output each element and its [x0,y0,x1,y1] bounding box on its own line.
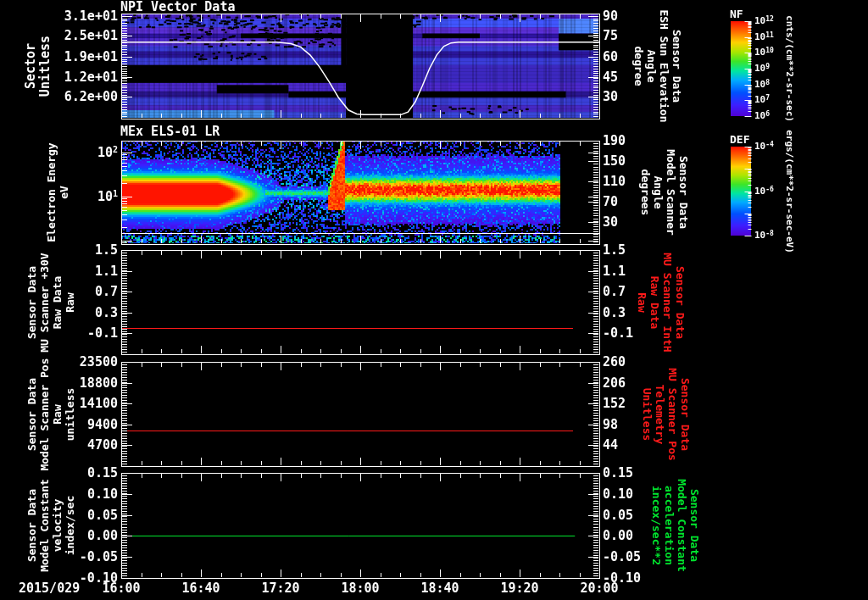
x-axis-tick-label-16:40: 16:40 [174,581,228,595]
panel5-left-axis-title-text: Sensor DataModel Constantvelocityindex/s… [25,479,76,572]
panel1-left-tick-3: 1.2e+01 [64,70,118,84]
panel2-right-axis-title-line-3: degrees [639,149,652,236]
colorbar-def-tick-2: 10-8 [754,231,774,242]
panel2-left-tick-0-base: 10 [97,145,113,160]
panel5-right-tick-2: 0.05 [603,508,633,522]
panel5-left-tick-2: 0.05 [87,508,118,522]
panel4-right-axis-title-line-2: Telemetry [654,368,666,461]
panel1-left-tick-0: 3.1e+01 [64,9,118,23]
panel5-left-axis-title-line-2: velocity [51,479,64,572]
colorbar-nf-tick-0-exp: 12 [765,15,774,23]
panel5-right-tick-5: -0.10 [603,571,641,585]
panel2-right-axis-title-line-2: Angle [652,149,665,236]
colorbar-nf-tick-6-exp: 6 [765,110,770,118]
panel5-right-axis-title-line-0: Sensor Data [688,479,701,572]
colorbar-nf-tick-1: 1011 [754,32,774,43]
colorbar-def-units-text: ergs/(cm**2-sr-sec-eV) [784,130,794,253]
x-axis-tick-label-19:20: 19:20 [492,581,547,595]
panel4-left-tick-0: 23500 [80,355,118,369]
panel3-left-tick-3: 0.3 [95,306,118,319]
panel5-left-tick-3: 0.00 [87,529,118,542]
panel3-left-tick-4: -0.1 [87,326,118,340]
panel5-right-tick-1: 0.10 [603,487,633,501]
panel1-left-axis-title-line-1: Unitless [38,36,53,97]
panel5-right-axis-title-line-3: incex/sec**2 [650,479,663,572]
colorbar-nf-tick-0-base: 10 [754,15,765,26]
panel3-right-axis-title-line-1: MU Scanner IntH [661,253,674,352]
panel5-right-axis-title-text: Sensor DataModel Constantaccelerationinc… [650,479,701,572]
panel3-right-axis-title-text: Sensor DataMU Scanner IntHRaw DataRaw [636,253,687,352]
panel3-left-axis-title-line-2: Raw Data [51,253,64,352]
panel4-right-axis-title-text: Sensor DataMU Scanner PosTelemetryUnitle… [641,368,692,461]
panel5-left-tick-1: 0.10 [87,487,118,501]
colorbar-def-tick-2-exp: -8 [765,230,774,237]
panel3-left-axis-title-line-0: Sensor Data [25,253,38,352]
panel1-right-axis-title-line-1: ESH Sun Elevation [658,9,670,122]
panel5-left-axis-title-line-1: Model Constant [38,479,51,572]
panel2-left-tick-0-exp: 2 [113,145,118,154]
panel3-right-tick-3: 0.3 [603,306,626,319]
colorbar-nf-tick-4-base: 10 [754,79,765,90]
colorbar-nf-tick-4-exp: 8 [765,79,770,86]
panel5-left-tick-5: -0.10 [80,571,118,585]
colorbar-nf-tick-5-exp: 7 [765,94,770,102]
x-axis-date-label: 2015/029 [19,581,80,595]
panel2-right-tick-1: 150 [603,154,626,168]
panel1-title: NPI Vector Data [120,0,235,14]
panel4-right-tick-3: 98 [603,418,618,431]
panel5-right-tick-4: -0.05 [603,550,641,564]
colorbar-nf-units-text: cnts/(cm**2-sr-sec) [784,15,794,122]
colorbar-nf-tick-1-exp: 11 [765,31,774,39]
panel5-right-tick-0: 0.15 [603,466,633,480]
panel3-right-axis-title-line-2: Raw Data [648,253,661,352]
colorbar-nf-tick-4: 108 [754,80,770,91]
colorbar-nf-tick-3-exp: 9 [765,63,770,70]
colorbar-nf-title: NF [730,8,743,20]
panel4-right-tick-1: 206 [603,376,626,390]
panel2-left-tick-1: 101 [97,190,118,205]
panel3-right-axis-title-line-3: Raw [636,253,648,352]
colorbar-nf-tick-2-exp: 10 [765,47,774,54]
x-axis-tick-label-18:00: 18:00 [333,581,387,595]
panel2-right-tick-3: 70 [603,195,618,208]
panel4-right-tick-2: 152 [603,397,626,410]
panel1-right-tick-2: 60 [603,50,618,64]
panel5-right-tick-3: 0.00 [603,529,633,542]
panel4-right-axis-title-line-1: MU Scanner Pos [666,368,679,461]
panel1-left-tick-2: 1.9e+01 [64,50,118,64]
panel5-left-axis-title-line-0: Sensor Data [25,479,38,572]
panel3-left-tick-1: 1.1 [95,264,118,278]
panel4-left-axis-title-line-3: unitless [64,358,76,470]
panel1-left-tick-1: 2.5e+01 [64,29,118,42]
panel4-left-tick-3: 9400 [87,418,118,431]
panel2-right-tick-0: 190 [603,134,626,147]
colorbar-nf-tick-3: 109 [754,64,770,75]
panel1-right-tick-3: 45 [603,70,618,84]
panel4-left-axis-title-line-2: Raw [51,358,64,470]
colorbar-nf-tick-0: 1012 [754,16,774,27]
colorbar-def-units-line-0: ergs/(cm**2-sr-sec-eV) [784,130,794,253]
panel2-left-axis-title-text: Electron EnergyeV [45,142,70,242]
panel1-right-tick-4: 30 [603,90,618,103]
panel3-right-tick-0: 1.5 [603,243,626,257]
panel2-right-axis-title-line-0: Sensor Data [677,149,690,236]
panel4-right-axis-title-line-3: Unitless [641,368,654,461]
tplot-window: NPI Vector Data MEx ELS-01 LR 2015/029 N… [0,0,868,600]
colorbar-nf-tick-2-base: 10 [754,47,765,58]
panel1-left-tick-4: 6.2e+00 [64,90,118,103]
panel4-left-axis-title-line-0: Sensor Data [25,358,38,470]
colorbar-nf-tick-5-base: 10 [754,94,765,105]
panel3-left-axis-title-line-1: MU Scanner +30V [38,253,51,352]
panel4-left-tick-1: 18800 [80,376,118,390]
panel5-left-axis-title-line-3: index/sec [64,479,76,572]
panel1-left-axis-title-line-0: Sector [24,36,38,97]
panel5-left-tick-0: 0.15 [87,466,118,480]
panel2-left-tick-1-base: 10 [97,189,113,204]
panel2-left-axis-title-line-0: Electron Energy [45,142,58,242]
panel2-left-tick-0: 102 [97,146,118,161]
panel2-title: MEx ELS-01 LR [120,125,220,138]
colorbar-nf-tick-2: 1010 [754,47,774,58]
colorbar-def-tick-2-base: 10 [754,230,765,241]
panel3-left-axis-title-text: Sensor DataMU Scanner +30VRaw DataRaw [25,253,76,352]
panel2-left-axis-title-line-1: eV [58,142,70,242]
